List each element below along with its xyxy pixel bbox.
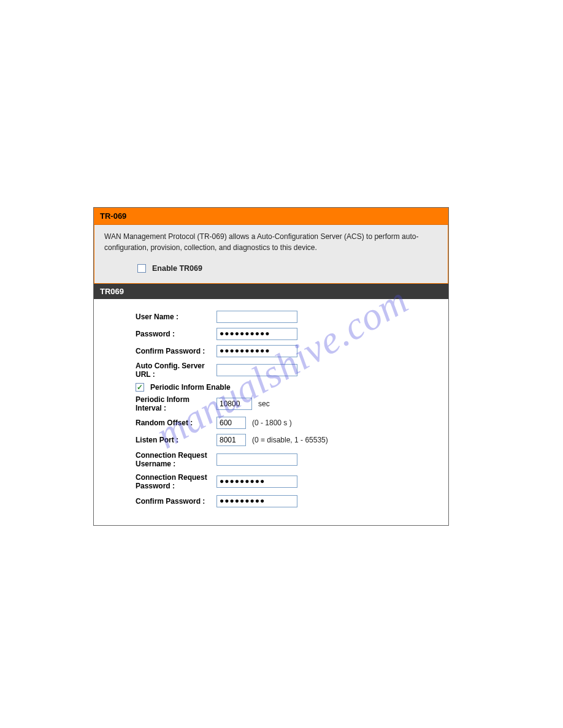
listen-port-label: Listen Port : bbox=[100, 436, 216, 444]
username-row: User Name : bbox=[100, 310, 442, 324]
conn-req-user-input[interactable] bbox=[216, 453, 297, 466]
periodic-inform-label: Periodic Inform Enable bbox=[150, 383, 231, 392]
conn-req-confirm-input[interactable]: ●●●●●●●●● bbox=[216, 495, 297, 507]
conn-req-pass-row: Connection Request Password : ●●●●●●●●● bbox=[100, 472, 442, 491]
listen-port-hint: (0 = disable, 1 - 65535) bbox=[252, 436, 328, 444]
random-offset-label: Random Offset : bbox=[100, 419, 216, 427]
conn-req-pass-label: Connection Request Password : bbox=[100, 473, 216, 491]
acs-url-input[interactable] bbox=[216, 364, 297, 376]
conn-req-confirm-label: Confirm Password : bbox=[100, 497, 216, 506]
tr069-form: User Name : Password : ●●●●●●●●●● Confir… bbox=[94, 299, 448, 526]
acs-url-label: Auto Config. Server URL : bbox=[100, 362, 216, 379]
password-label: Password : bbox=[100, 330, 216, 338]
confirm-password-input[interactable]: ●●●●●●●●●● bbox=[216, 345, 297, 357]
periodic-interval-input[interactable] bbox=[216, 398, 252, 410]
username-input[interactable] bbox=[216, 311, 297, 323]
password-row: Password : ●●●●●●●●●● bbox=[100, 327, 442, 341]
random-offset-row: Random Offset : (0 - 1800 s ) bbox=[100, 416, 442, 430]
listen-port-input[interactable] bbox=[216, 434, 246, 446]
username-label: User Name : bbox=[100, 313, 216, 321]
periodic-interval-label: Periodic Inform Interval : bbox=[100, 395, 216, 413]
confirm-password-label: Confirm Password : bbox=[100, 347, 216, 355]
conn-req-user-label: Connection Request Username : bbox=[100, 451, 216, 469]
tr069-panel: TR-069 WAN Management Protocol (TR-069) … bbox=[93, 207, 449, 526]
random-offset-hint: (0 - 1800 s ) bbox=[252, 419, 292, 427]
intro-text: WAN Management Protocol (TR-069) allows … bbox=[104, 231, 438, 253]
conn-req-user-row: Connection Request Username : bbox=[100, 450, 442, 469]
enable-tr069-label: Enable TR069 bbox=[152, 263, 202, 275]
periodic-inform-row: Periodic Inform Enable bbox=[136, 383, 442, 392]
listen-port-row: Listen Port : (0 = disable, 1 - 65535) bbox=[100, 433, 442, 447]
section-header: TR069 bbox=[94, 284, 448, 299]
random-offset-input[interactable] bbox=[216, 417, 246, 429]
password-input[interactable]: ●●●●●●●●●● bbox=[216, 328, 297, 340]
enable-tr069-row: Enable TR069 bbox=[137, 263, 438, 275]
intro-box: WAN Management Protocol (TR-069) allows … bbox=[94, 225, 448, 284]
panel-header: TR-069 bbox=[94, 208, 448, 225]
conn-req-confirm-row: Confirm Password : ●●●●●●●●● bbox=[100, 495, 442, 508]
conn-req-pass-input[interactable]: ●●●●●●●●● bbox=[216, 476, 297, 488]
periodic-interval-row: Periodic Inform Interval : sec bbox=[100, 395, 442, 413]
acs-url-row: Auto Config. Server URL : bbox=[100, 362, 442, 379]
confirm-password-row: Confirm Password : ●●●●●●●●●● bbox=[100, 344, 442, 358]
enable-tr069-checkbox[interactable] bbox=[137, 264, 146, 273]
periodic-interval-hint: sec bbox=[258, 400, 270, 408]
periodic-inform-checkbox[interactable] bbox=[136, 383, 144, 392]
